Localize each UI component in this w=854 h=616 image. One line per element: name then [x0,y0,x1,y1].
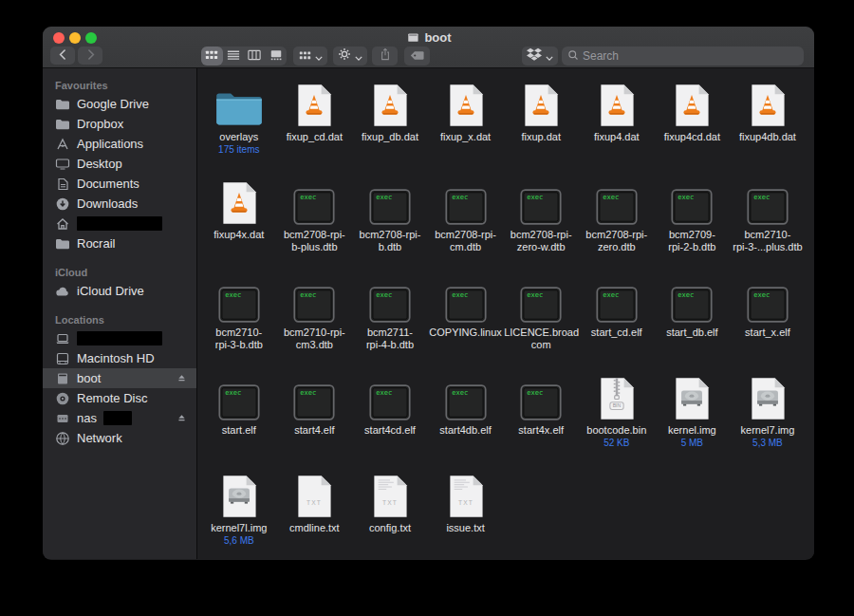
vlc-document-icon [296,80,332,127]
exec-file-icon: exec [293,373,335,420]
column-view-button[interactable] [244,47,266,65]
gear-icon [338,47,351,65]
file-item[interactable]: execstart4cd.elf [352,373,428,471]
action-button[interactable] [333,47,367,65]
sidebar-item-dropbox[interactable]: Dropbox [43,114,196,134]
tag-button[interactable] [404,47,430,65]
exec-file-icon: exec [671,177,713,225]
redacted-label [103,411,132,425]
window-title: boot [405,30,451,45]
file-item[interactable]: execstart_db.elf [655,275,731,373]
sidebar-item-boot[interactable]: boot [43,368,196,388]
exec-file-icon: exec [218,275,260,323]
group-button[interactable] [293,47,327,65]
file-item[interactable]: fixup.dat [503,80,579,177]
svg-text:exec: exec [225,290,241,299]
file-item[interactable]: execbcm2708-rpi-b-plus.dtb [277,177,353,275]
file-item[interactable]: execstart4.elf [277,373,353,471]
file-item[interactable]: execbcm2708-rpi-b.dtb [352,177,428,275]
file-name: issue.txt [446,522,484,534]
file-item[interactable]: fixup_cd.dat [277,80,353,177]
folder-icon [55,117,70,132]
sidebar-item-macintosh-hd[interactable]: Macintosh HD [43,348,196,368]
file-item[interactable]: execbcm2710-rpi-cm3.dtb [277,275,353,373]
minimize-button[interactable] [69,32,81,44]
eject-button[interactable] [176,413,187,423]
file-item[interactable]: fixup_db.dat [352,80,428,177]
file-item[interactable]: execLICENCE.broadcom [503,275,579,373]
sidebar-item-google-drive[interactable]: Google Drive [43,94,196,114]
file-item[interactable]: fixup_x.dat [428,80,504,177]
file-name: overlays [219,131,258,143]
file-item[interactable]: kernel7l.img5,6 MB [201,471,277,559]
file-item[interactable]: execstart4db.elf [428,373,504,471]
vlc-document-icon [599,80,635,127]
file-item[interactable]: TXTissue.txt [428,471,504,559]
sidebar-item-downloads[interactable]: Downloads [43,194,196,214]
file-item[interactable]: TXTconfig.txt [352,471,428,559]
file-item[interactable]: fixup4.dat [579,80,655,177]
file-item[interactable]: fixup4cd.dat [655,80,731,177]
share-button[interactable] [372,47,398,65]
exec-file-icon: exec [596,275,638,323]
file-item[interactable]: execbcm2711-rpi-4-b.dtb [352,275,428,373]
file-item[interactable]: execbcm2708-rpi-zero.dtb [579,177,655,275]
sidebar-item-nas[interactable]: nas [43,408,196,428]
close-button[interactable] [53,32,65,44]
file-name: start.elf [222,424,256,437]
file-item[interactable]: fixup4x.dat [201,177,277,275]
search-field [562,47,804,65]
file-item[interactable]: execstart.elf [201,373,277,471]
file-item[interactable]: execbcm2710-rpi-3-...plus.dtb [730,177,806,275]
file-item[interactable]: execbcm2709-rpi-2-b.dtb [655,177,731,275]
file-item[interactable]: overlays175 items [201,80,277,177]
file-item[interactable]: TXTcmdline.txt [277,471,353,559]
search-input[interactable] [583,49,798,63]
exec-file-icon: exec [293,275,335,323]
window-title-text: boot [424,30,451,45]
share-icon [380,47,391,65]
sidebar-item-desktop[interactable]: Desktop [43,154,196,174]
svg-text:exec: exec [225,388,241,397]
file-item[interactable]: execCOPYING.linux [428,275,504,373]
sidebar-item-redacted[interactable] [43,214,196,233]
list-view-button[interactable] [223,47,245,65]
finder-window: boot [43,27,814,560]
sidebar-item-documents[interactable]: Documents [43,174,196,194]
file-item[interactable]: fixup4db.dat [730,80,806,177]
file-item[interactable]: execstart_x.elf [730,275,806,373]
file-item[interactable]: kernel7.img5,3 MB [730,373,806,471]
file-item[interactable]: kernel.img5 MB [655,373,731,471]
forward-button[interactable] [78,47,102,65]
file-item[interactable]: execbcm2708-rpi-zero-w.dtb [503,177,579,275]
sidebar-item-redacted[interactable] [43,328,196,348]
file-name: bcm2708-rpi-zero.dtb [585,229,647,253]
file-item[interactable]: execstart4x.elf [503,373,579,471]
svg-text:exec: exec [452,290,468,299]
file-item[interactable]: BINbootcode.bin52 KB [579,373,655,471]
eject-button[interactable] [176,373,187,383]
zoom-button[interactable] [85,32,97,44]
chevron-right-icon [84,47,97,65]
exec-file-icon: exec [520,275,562,323]
file-name: bcm2711-rpi-4-b.dtb [366,327,414,351]
gallery-view-button[interactable] [266,47,288,65]
file-item[interactable]: execstart_cd.elf [579,275,655,373]
sidebar-item-applications[interactable]: Applications [43,134,196,154]
file-name: kernel7l.img [211,522,267,534]
svg-text:exec: exec [678,193,695,201]
sidebar-item-remote-disc[interactable]: Remote Disc [43,388,196,408]
sidebar-item-rocrail[interactable]: Rocrail [43,233,196,253]
list-view-icon [227,47,240,65]
dropbox-button[interactable] [522,47,558,65]
file-detail: 5 MB [681,437,703,449]
svg-text:exec: exec [452,388,468,397]
back-button[interactable] [50,47,75,65]
icon-view-button[interactable] [201,47,223,65]
vlc-document-icon [674,80,710,127]
chevron-down-icon [355,47,362,65]
file-item[interactable]: execbcm2710-rpi-3-b.dtb [201,275,277,373]
sidebar-item-icloud-drive[interactable]: iCloud Drive [43,281,196,301]
file-item[interactable]: execbcm2708-rpi-cm.dtb [428,177,504,275]
sidebar-item-network[interactable]: Network [43,428,196,448]
